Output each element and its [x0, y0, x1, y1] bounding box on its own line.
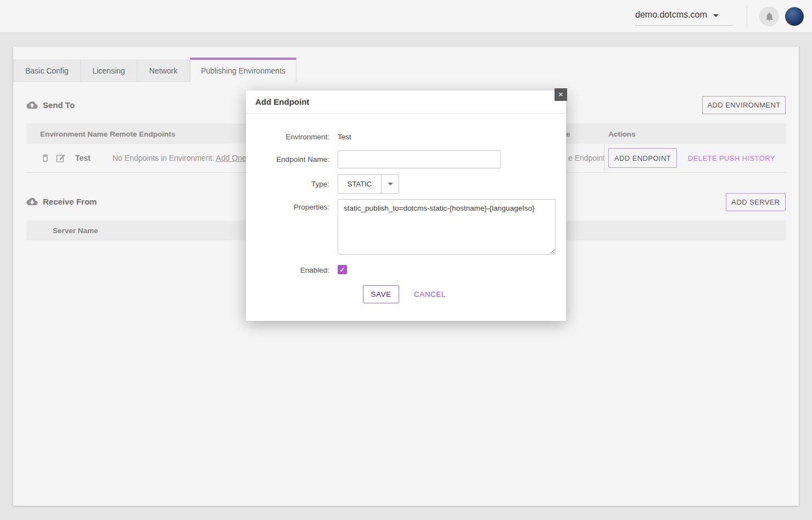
enabled-checkbox[interactable]: [338, 265, 347, 274]
add-endpoint-modal: × Add Endpoint Environment: Test Endpoin…: [246, 91, 566, 321]
type-select[interactable]: STATIC: [338, 174, 399, 194]
close-icon[interactable]: ×: [555, 88, 567, 101]
environment-value: Test: [338, 133, 351, 141]
save-button[interactable]: SAVE: [363, 285, 399, 303]
chevron-down-icon: [388, 183, 393, 185]
screen: demo.dotcms.com Basic Config Licensing N…: [0, 0, 812, 520]
modal-header: Add Endpoint: [246, 91, 566, 114]
type-label: Type:: [250, 180, 329, 188]
environment-label: Environment:: [250, 133, 329, 141]
modal-title: Add Endpoint: [255, 97, 309, 106]
properties-textarea[interactable]: static_publish_to=dotcms-static-{hostnam…: [338, 199, 556, 255]
properties-label: Properties:: [250, 203, 329, 211]
type-select-caret-box[interactable]: [381, 175, 399, 193]
cancel-button[interactable]: CANCEL: [414, 285, 446, 303]
endpoint-name-input[interactable]: [338, 150, 501, 168]
type-select-value: STATIC: [338, 175, 381, 193]
enabled-label: Enabled:: [250, 266, 329, 274]
endpoint-name-label: Endpoint Name:: [250, 155, 329, 163]
